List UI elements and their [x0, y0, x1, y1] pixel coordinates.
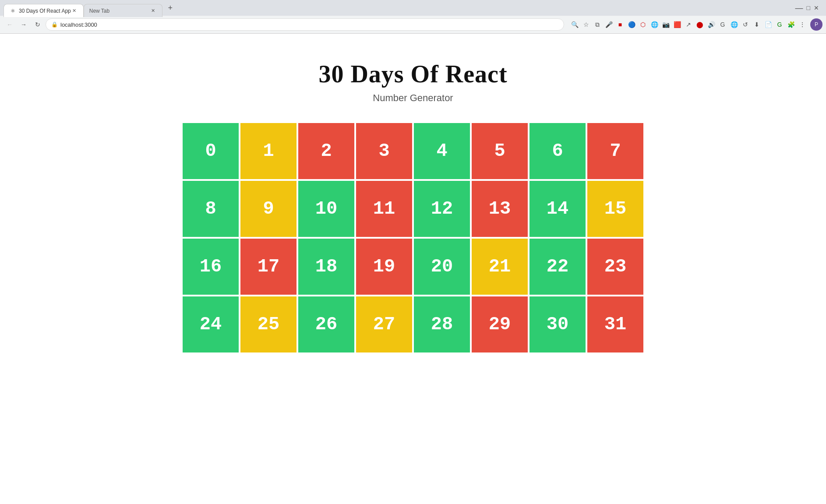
tab-close-button[interactable]: ✕ — [71, 7, 78, 14]
page-title: 30 Days Of React — [318, 60, 507, 88]
grid-cell-20: 20 — [413, 238, 471, 296]
ext9-icon[interactable]: 🔊 — [706, 19, 717, 30]
ext11-icon[interactable]: 🌐 — [729, 19, 739, 30]
grid-cell-24: 24 — [182, 296, 240, 353]
grid-cell-19: 19 — [355, 238, 413, 296]
maximize-button[interactable]: □ — [807, 4, 810, 11]
grid-cell-2: 2 — [297, 122, 355, 180]
ext2-icon[interactable]: 🔵 — [626, 19, 637, 30]
grid-cell-8: 8 — [182, 180, 240, 238]
grid-cell-27: 27 — [355, 296, 413, 353]
forward-button[interactable]: → — [18, 18, 30, 31]
mic-icon[interactable]: 🎤 — [604, 19, 614, 30]
ext12-icon[interactable]: ↺ — [740, 19, 751, 30]
close-button[interactable]: ✕ — [814, 4, 819, 11]
browser-chrome: ⚛ 30 Days Of React App ✕ New Tab ✕ + — □… — [0, 0, 826, 34]
grid-cell-3: 3 — [355, 122, 413, 180]
grid-cell-14: 14 — [529, 180, 586, 238]
active-tab[interactable]: ⚛ 30 Days Of React App ✕ — [4, 4, 84, 17]
page-subtitle: Number Generator — [373, 92, 453, 104]
more-icon[interactable]: ⋮ — [797, 19, 808, 30]
ext8-icon[interactable]: ⬤ — [695, 19, 705, 30]
grid-cell-16: 16 — [182, 238, 240, 296]
ext6-icon[interactable]: 🟥 — [672, 19, 682, 30]
active-tab-label: 30 Days Of React App — [19, 8, 71, 14]
profile-icon[interactable]: P — [810, 18, 822, 31]
ext7-icon[interactable]: ↗ — [683, 19, 694, 30]
inactive-tab-close-button[interactable]: ✕ — [150, 7, 157, 14]
ext4-icon[interactable]: 🌐 — [649, 19, 660, 30]
grid-cell-11: 11 — [355, 180, 413, 238]
toolbar-icons: 🔍 ☆ ⧉ 🎤 ■ 🔵 ⬡ 🌐 📷 🟥 ↗ ⬤ 🔊 G 🌐 ↺ ⬇ 📄 G 🧩 … — [569, 18, 822, 31]
search-icon[interactable]: 🔍 — [569, 19, 580, 30]
window-controls: — □ ✕ — [795, 4, 822, 13]
grid-cell-21: 21 — [471, 238, 529, 296]
reload-button[interactable]: ↻ — [32, 18, 44, 31]
ext15-icon[interactable]: G — [774, 19, 785, 30]
grid-cell-29: 29 — [471, 296, 529, 353]
grid-cell-4: 4 — [413, 122, 471, 180]
grid-cell-10: 10 — [297, 180, 355, 238]
extensions-icon[interactable]: 🧩 — [786, 19, 796, 30]
ext5-icon[interactable]: 📷 — [660, 19, 671, 30]
ext10-icon[interactable]: G — [717, 19, 728, 30]
grid-cell-22: 22 — [529, 238, 586, 296]
grid-cell-5: 5 — [471, 122, 529, 180]
number-grid: 0123456789101112131415161718192021222324… — [181, 121, 645, 354]
grid-cell-31: 31 — [586, 296, 644, 353]
grid-cell-6: 6 — [529, 122, 586, 180]
nav-bar: ← → ↻ 🔒 localhost:3000 🔍 ☆ ⧉ 🎤 ■ 🔵 ⬡ 🌐 📷… — [0, 16, 826, 33]
grid-cell-9: 9 — [240, 180, 297, 238]
grid-cell-15: 15 — [586, 180, 644, 238]
ext3-icon[interactable]: ⬡ — [638, 19, 648, 30]
grid-cell-13: 13 — [471, 180, 529, 238]
new-tab-button[interactable]: + — [164, 2, 176, 14]
ext14-icon[interactable]: 📄 — [763, 19, 773, 30]
tab-manager-icon[interactable]: ⧉ — [592, 19, 603, 30]
back-button[interactable]: ← — [4, 18, 16, 31]
ext1-icon[interactable]: ■ — [615, 19, 625, 30]
grid-cell-30: 30 — [529, 296, 586, 353]
address-text: localhost:3000 — [60, 21, 97, 28]
grid-cell-17: 17 — [240, 238, 297, 296]
grid-cell-28: 28 — [413, 296, 471, 353]
grid-cell-18: 18 — [297, 238, 355, 296]
grid-cell-23: 23 — [586, 238, 644, 296]
grid-cell-1: 1 — [240, 122, 297, 180]
grid-cell-26: 26 — [297, 296, 355, 353]
inactive-tab-label: New Tab — [89, 8, 109, 14]
grid-cell-7: 7 — [586, 122, 644, 180]
lock-icon: 🔒 — [51, 21, 58, 28]
grid-cell-12: 12 — [413, 180, 471, 238]
page-content: 30 Days Of React Number Generator 012345… — [0, 34, 826, 354]
star-icon[interactable]: ☆ — [581, 19, 591, 30]
ext13-icon[interactable]: ⬇ — [752, 19, 762, 30]
tab-favicon: ⚛ — [9, 7, 16, 14]
tab-bar: ⚛ 30 Days Of React App ✕ New Tab ✕ + — □… — [0, 0, 826, 16]
inactive-tab[interactable]: New Tab ✕ — [84, 4, 162, 17]
minimize-button[interactable]: — — [795, 4, 803, 13]
grid-cell-25: 25 — [240, 296, 297, 353]
address-bar[interactable]: 🔒 localhost:3000 — [46, 18, 564, 31]
grid-cell-0: 0 — [182, 122, 240, 180]
